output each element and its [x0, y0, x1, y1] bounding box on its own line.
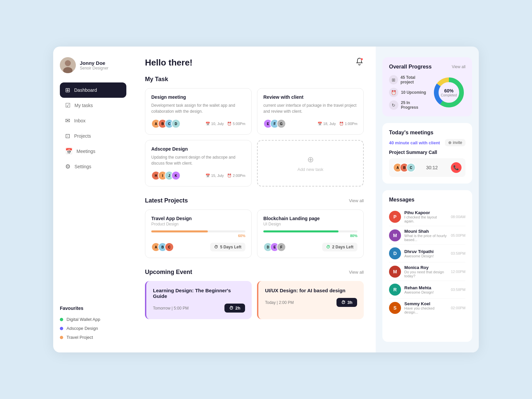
message-item[interactable]: M Monica Roy Do you need that design tod… [389, 262, 466, 281]
event-card-1: Learning Design: The Beginner's Guide To… [145, 281, 252, 319]
project-2-avatars: DEF [263, 242, 283, 252]
call-timer: 30:12 [426, 165, 438, 170]
upcoming-event-title: Upcoming Event [145, 269, 192, 276]
user-name: Jonny Doe [80, 60, 108, 66]
msg-avatar: D [389, 247, 401, 259]
add-task-label: Add new task [297, 167, 323, 172]
meetings-label: Meetings [76, 149, 95, 154]
project-1-title: Travel App Design [151, 216, 245, 221]
event-1-date: Tomorrow | 5:00 PM [153, 306, 189, 311]
fav-label: Digital Wallet App [66, 317, 100, 322]
sidebar-item-dashboard[interactable]: ⊞Dashboard [60, 82, 126, 98]
msg-name: Dhruv Tripathi [404, 249, 448, 254]
projects-label: Projects [74, 133, 91, 139]
my-tasks-label: My tasks [74, 103, 93, 108]
inbox-label: Inbox [74, 118, 85, 123]
msg-time: 03:58PM [451, 288, 466, 292]
message-item[interactable]: R Rehan Mehta Awesome Design! 03:58PM [389, 281, 466, 299]
event-2-date: Today | 2:00 PM [265, 300, 294, 305]
msg-content: Mouni Shah What is the price of hourly b… [404, 229, 448, 242]
project-2-title: Blockchain Landing page [263, 216, 357, 221]
msg-preview: I checked the layout again. [404, 215, 448, 223]
task-1-meta: 📅 10, July ⏰ 5:00Pm [205, 122, 245, 126]
op-title: Overall Progress [389, 64, 432, 70]
fav-label: Adscope Design [66, 326, 98, 331]
task-card-1: Design meeting Development task assign f… [145, 88, 252, 135]
fav-dot [60, 336, 63, 339]
latest-projects-view-all[interactable]: View all [349, 198, 364, 203]
task-1-desc: Development task assign for the wallet a… [151, 102, 245, 114]
donut-label: Completed [441, 93, 457, 97]
fav-label: Travel Project [66, 335, 93, 340]
msg-name: Mouni Shah [404, 229, 448, 234]
msg-name: Monica Roy [404, 265, 448, 270]
msg-time: 02:00PM [451, 306, 466, 310]
sidebar-item-projects[interactable]: ⊡Projects [60, 128, 126, 144]
msg-preview: Do you need that design today? [404, 270, 448, 278]
bell-icon[interactable] [355, 57, 364, 68]
meeting-link[interactable]: 40 minute call with client [389, 140, 440, 145]
task-2-meta: 📅 18, July ⏰ 1:00Pm [318, 122, 357, 126]
project-2-type: UI Design [263, 222, 357, 226]
stat-total: ⊞ 45 Total project [389, 75, 428, 84]
favourites-title: Favourites [60, 306, 126, 311]
message-item[interactable]: P Pihu Kapoor I checked the layout again… [389, 207, 466, 226]
message-item[interactable]: M Mouni Shah What is the price of hourly… [389, 226, 466, 245]
greeting: Hello there! [145, 58, 193, 68]
msg-preview: What is the price of hourly based... [404, 234, 448, 242]
project-1-days-left: ⏱5 Days Left [210, 243, 245, 251]
msg-avatar: P [389, 211, 401, 223]
add-task-card[interactable]: ⊕ Add new task [257, 140, 364, 187]
sidebar-item-settings[interactable]: ⚙Settings [60, 159, 126, 174]
right-panel: Overall Progress View all ⊞ 45 Total pro… [376, 47, 479, 352]
task-card-2: Review with client current user interfac… [257, 88, 364, 135]
msg-preview: Have you checked design... [404, 306, 448, 314]
sidebar-item-my-tasks[interactable]: ☑My tasks [60, 98, 126, 113]
my-tasks-icon: ☑ [65, 102, 70, 109]
project-1-progress-bg [151, 230, 245, 232]
invite-button[interactable]: ⊕ invite [445, 139, 466, 146]
project-2-days-left: ⏱2 Days Left [322, 243, 357, 251]
msg-name: Pihu Kapoor [404, 210, 448, 215]
msg-content: Rehan Mehta Awesome Design! [404, 285, 448, 294]
msg-avatar: M [389, 229, 401, 241]
project-card-2: Blockchain Landing page UI Design 80% DE… [257, 209, 364, 258]
fav-item[interactable]: Adscope Design [60, 324, 126, 333]
user-role: Senoir Designer [80, 66, 108, 70]
msg-avatar: S [389, 302, 401, 314]
events-grid: Learning Design: The Beginner's Guide To… [145, 281, 364, 319]
event-2-title: UI/UX Design: for AI based design [265, 288, 357, 293]
sidebar-item-meetings[interactable]: 📅Meetings [60, 144, 126, 159]
call-card: ABC 30:12 📞 [389, 158, 466, 177]
fav-item[interactable]: Travel Project [60, 333, 126, 342]
task-1-title: Design meeting [151, 94, 245, 100]
message-item[interactable]: S Semmy Koel Have you checked design... … [389, 299, 466, 317]
project-1-percent: 60% [151, 234, 245, 238]
fav-item[interactable]: Digital Wallet App [60, 315, 126, 324]
settings-icon: ⚙ [65, 163, 70, 170]
sidebar-item-inbox[interactable]: ✉Inbox [60, 113, 126, 128]
event-1-timer: ⏱ 2h [224, 304, 245, 313]
settings-label: Settings [74, 164, 91, 169]
upcoming-view-all[interactable]: View all [349, 270, 364, 275]
op-view-all[interactable]: View all [452, 65, 466, 69]
meetings-card: Today's meetings 40 minute call with cli… [382, 123, 472, 184]
stat-in-progress: ↻ 25 In Progress [389, 100, 428, 110]
avatar [60, 57, 76, 73]
messages-card: Messages P Pihu Kapoor I checked the lay… [382, 190, 472, 342]
meetings-title: Today's meetings [389, 130, 466, 136]
main-header: Hello there! [145, 57, 364, 68]
user-profile: Jonny Doe Senoir Designer [60, 57, 126, 73]
task-1-avatars: ABCD [151, 119, 178, 128]
project-2-percent: 80% [263, 234, 357, 238]
donut-percent: 60% [441, 88, 457, 93]
task-3-avatars: HIJK [151, 171, 178, 180]
project-1-progress-fill [151, 230, 208, 232]
project-2-progress-fill [263, 230, 338, 232]
latest-projects-title: Latest Projects [145, 197, 188, 204]
message-item[interactable]: D Dhruv Tripathi Awesome Design! 03:58PM [389, 245, 466, 262]
inbox-icon: ✉ [65, 117, 70, 124]
call-end-button[interactable]: 📞 [451, 162, 462, 173]
msg-avatar: M [389, 266, 401, 278]
meetings-icon: 📅 [65, 148, 72, 155]
